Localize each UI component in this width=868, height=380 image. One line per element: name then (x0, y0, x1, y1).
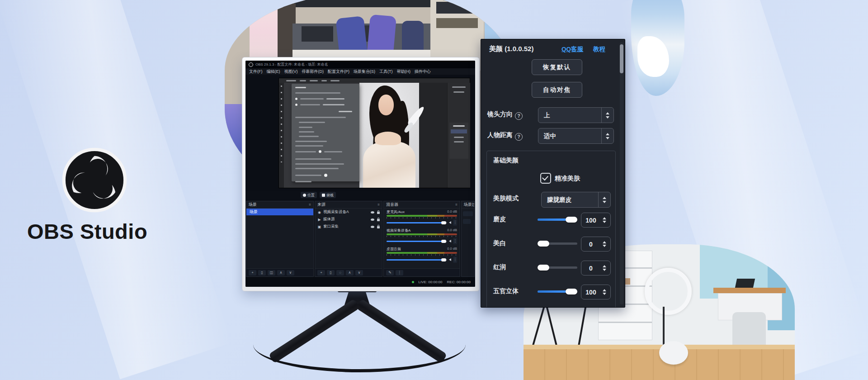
transition-duration[interactable] (463, 219, 471, 224)
menu-plugin-center[interactable]: 插件中心 (415, 69, 431, 75)
tutorial-link[interactable]: 教程 (593, 45, 605, 53)
square-icon (322, 194, 325, 197)
desktop-hero: OBS Studio OBS 29.1.3 - 配置文件: 未命名 - 场景: … (0, 0, 868, 380)
visibility-eye-icon[interactable] (371, 211, 374, 214)
source-properties-button[interactable]: ◌ (336, 270, 344, 276)
select-stepper[interactable] (601, 128, 613, 143)
whitening-spinbox[interactable]: 0 (581, 237, 611, 252)
studio-stool (659, 341, 688, 365)
portrait-dress (363, 142, 415, 188)
scene-down-button[interactable]: ∨ (287, 270, 294, 276)
scene-up-button[interactable]: ∧ (277, 270, 285, 276)
obs-menubar: 文件(F) 编辑(E) 视图(V) 停靠部件(D) 配置文件(P) 场景集合(S… (245, 68, 475, 75)
mixer-more-button[interactable]: ⋮ (396, 270, 403, 276)
audio-meter (387, 233, 457, 235)
menu-help[interactable]: 帮助(H) (397, 69, 411, 75)
skin-mode-select[interactable]: 朦胧磨皮 (541, 192, 611, 208)
channel-menu-button[interactable]: ⋮ (453, 256, 457, 263)
live-indicator-dot (412, 281, 414, 283)
remove-scene-button[interactable]: ▯ (258, 270, 266, 276)
dock-menu-icon[interactable]: ≡ (377, 203, 380, 207)
add-scene-button[interactable]: + (249, 270, 256, 276)
auto-focus-button[interactable]: 自动对焦 (532, 82, 582, 98)
source-down-button[interactable]: ∨ (355, 270, 363, 276)
remove-source-button[interactable]: ▯ (327, 270, 335, 276)
dock-menu-icon[interactable]: ≡ (455, 203, 458, 207)
smoothing-slider[interactable] (538, 218, 577, 221)
volume-db-label: 0.0 dB (447, 228, 457, 233)
smoothing-spinbox[interactable]: 100 (581, 213, 611, 228)
spin-arrows[interactable] (600, 289, 610, 295)
menu-docks[interactable]: 停靠部件(D) (302, 69, 324, 75)
visibility-eye-icon[interactable] (371, 218, 374, 221)
spin-arrows[interactable] (600, 265, 610, 271)
sources-toolbar: + ▯ ◌ ∧ ∨ (315, 268, 382, 276)
editor-canvas-dark (419, 83, 447, 188)
mixer-config-button[interactable]: ✎ (386, 270, 394, 276)
volume-db-label: 0.0 dB (447, 247, 457, 252)
whitening-slider[interactable] (538, 242, 577, 245)
speaker-icon[interactable] (449, 240, 451, 242)
menu-tools[interactable]: 工具(T) (379, 69, 393, 75)
monitor-screen: OBS 29.1.3 - 配置文件: 未命名 - 场景: 未命名 文件(F) 编… (245, 61, 475, 287)
source-row-media[interactable]: ▶ 媒体源 (315, 216, 382, 223)
speaker-icon[interactable] (449, 221, 451, 224)
channel-menu-button[interactable]: ⋮ (453, 238, 457, 244)
obs-logo (62, 147, 127, 213)
obs-docks: 场景≡ 场景 + ▯ ◫ ∧ ∨ 来源≡ ◉ 视频采集设备A (246, 201, 475, 277)
volume-slider[interactable] (387, 241, 447, 242)
select-stepper[interactable] (601, 108, 613, 123)
volume-db-label: 0.0 dB (447, 209, 457, 214)
menu-file[interactable]: 文件(F) (249, 69, 263, 75)
lock-icon[interactable] (377, 212, 380, 214)
menu-scene-collection[interactable]: 场景集合(S) (354, 69, 375, 75)
scenes-dock: 场景≡ 场景 + ▯ ◫ ∧ ∨ (246, 201, 314, 277)
help-icon[interactable]: ? (515, 112, 523, 120)
scenes-dock-title: 场景 (249, 202, 257, 208)
lock-icon[interactable] (377, 226, 380, 228)
speaker-icon[interactable] (449, 258, 451, 261)
transition-select[interactable] (463, 211, 473, 216)
source-up-button[interactable]: ∧ (346, 270, 354, 276)
preview-button-topview[interactable]: 俯视 (320, 192, 336, 198)
person-distance-select[interactable]: 适中 (538, 128, 614, 144)
spin-arrows[interactable] (600, 217, 610, 223)
beauty-plugin-panel: 美颜 (1.0.0.52) QQ客服 教程 恢复默认 自动对焦 镜头方向? 上 … (481, 39, 625, 308)
menu-edit[interactable]: 编辑(E) (267, 69, 280, 75)
mixer-dock-title: 混音器 (386, 202, 398, 208)
preview-button-position[interactable]: 位置 (301, 192, 317, 198)
precise-skin-checkbox[interactable] (540, 173, 551, 184)
qq-support-link[interactable]: QQ客服 (561, 45, 583, 53)
channel-menu-button[interactable]: ⋮ (453, 219, 457, 226)
help-icon[interactable]: ? (515, 133, 523, 141)
lock-icon[interactable] (377, 219, 380, 221)
scrollbar-thumb[interactable] (620, 44, 623, 73)
dock-menu-icon[interactable]: ≡ (309, 203, 311, 207)
sources-dock-title: 来源 (317, 202, 326, 208)
panel-scrollbar[interactable] (620, 42, 623, 304)
slider-row-smoothing: 磨皮 100 (487, 213, 615, 227)
face-3d-slider[interactable] (538, 290, 577, 293)
rosy-slider[interactable] (538, 266, 577, 269)
menu-profile[interactable]: 配置文件(P) (328, 69, 349, 75)
rosy-spinbox[interactable]: 0 (581, 261, 611, 276)
face-3d-spinbox[interactable]: 100 (581, 285, 611, 299)
scene-list-item[interactable]: 场景 (246, 209, 313, 215)
camera-direction-select[interactable]: 上 (538, 107, 614, 123)
slider-row-whitening: 美白 0 (487, 237, 615, 251)
portrait-photo (359, 83, 419, 188)
volume-slider[interactable] (387, 222, 447, 223)
add-source-button[interactable]: + (317, 270, 325, 276)
spin-arrows[interactable] (600, 241, 610, 247)
visibility-eye-icon[interactable] (371, 226, 374, 228)
mixer-toolbar: ✎ ⋮ (384, 268, 460, 276)
select-stepper[interactable] (598, 192, 610, 207)
obs-preview-area[interactable] (245, 75, 475, 191)
menu-view[interactable]: 视图(V) (284, 69, 298, 75)
restore-default-button[interactable]: 恢复默认 (532, 59, 582, 75)
scene-filters-button[interactable]: ◫ (268, 270, 275, 276)
source-row-window[interactable]: ▣ 窗口采集 (315, 223, 382, 230)
volume-slider[interactable] (387, 259, 447, 261)
source-row-camera[interactable]: ◉ 视频采集设备A (315, 209, 382, 216)
portrait-face (378, 95, 394, 115)
